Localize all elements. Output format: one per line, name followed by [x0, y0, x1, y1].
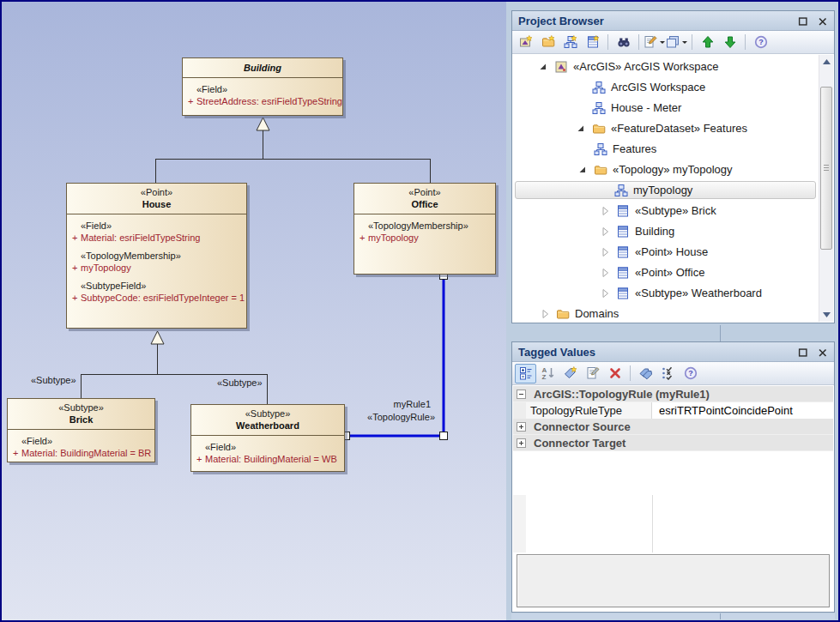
class-office[interactable]: «Point» Office «TopologyMembership»+myTo…	[354, 183, 496, 275]
attribute-text: Material: BuildingMaterial = BR	[21, 447, 151, 459]
delete-tag-button[interactable]	[604, 364, 625, 383]
tree-item-point-office[interactable]: «Point» Office	[513, 263, 819, 283]
tree-item-house-meter-diagram[interactable]: House - Meter	[513, 98, 819, 118]
expand-arrow-icon[interactable]	[575, 123, 587, 135]
project-tree: «ArcGIS» ArcGIS WorkspaceArcGIS Workspac…	[513, 55, 833, 322]
class-header: «Subtype» Brick	[8, 399, 154, 430]
tree-item-label: «Topology» myTopology	[613, 160, 732, 180]
folder-icon	[592, 122, 606, 136]
visibility-marker: +	[69, 292, 81, 304]
categorized-view-button[interactable]	[515, 364, 536, 383]
diagram-icon	[614, 184, 628, 197]
new-model-button[interactable]	[515, 33, 536, 52]
close-icon	[815, 345, 830, 359]
expand-box-icon[interactable]	[517, 438, 526, 448]
class-brick[interactable]: «Subtype» Brick «Field»+Material: Buildi…	[7, 398, 155, 462]
move-up-icon	[701, 35, 715, 49]
tree-item-featuredataset-features[interactable]: «FeatureDataset» Features	[513, 118, 819, 139]
new-diagram-button[interactable]	[559, 33, 581, 52]
attribute-stereotype: «TopologyMembership»	[357, 220, 493, 232]
delete-tag-icon	[608, 366, 622, 380]
copy-stack-icon	[666, 35, 680, 49]
tree-item-topology-mytopology[interactable]: «Topology» myTopology	[513, 160, 819, 180]
class-name: Building	[184, 62, 341, 74]
expand-arrow-icon[interactable]	[537, 61, 549, 73]
expand-arrow-icon[interactable]	[577, 164, 589, 176]
tree-item-mytopology-diagram[interactable]: myTopology	[513, 180, 819, 201]
tree-item-features-diagram[interactable]: Features	[513, 139, 819, 160]
tree-item-arcgis-workspace-package[interactable]: «ArcGIS» ArcGIS Workspace	[513, 57, 819, 77]
visibility-marker: +	[185, 95, 196, 107]
tag-states-button[interactable]	[657, 364, 679, 383]
scroll-up-button[interactable]	[819, 55, 833, 69]
expand-box-icon[interactable]	[517, 422, 526, 432]
collapse-arrow-icon[interactable]	[599, 226, 611, 238]
tv-property-value[interactable]: esriTRTPointCoincidePoint	[659, 402, 793, 419]
new-tag-button[interactable]	[559, 364, 581, 383]
window-buttons	[795, 14, 830, 28]
sort-alpha-button[interactable]: AZ	[537, 364, 559, 383]
collapse-box-icon[interactable]	[517, 390, 526, 399]
collapse-arrow-icon[interactable]	[599, 205, 611, 217]
collapse-arrow-icon[interactable]	[599, 267, 611, 279]
toolbar-separator	[692, 34, 692, 50]
attribute-line: +Material: BuildingMaterial = BR	[10, 447, 152, 459]
toolbar-separator	[638, 34, 639, 50]
move-down-icon	[723, 35, 737, 49]
tree-item-domains[interactable]: Domains	[513, 304, 819, 322]
tv-group-connector-source[interactable]: Connector Source	[513, 419, 833, 435]
tree-item-point-house[interactable]: «Point» House	[513, 242, 819, 263]
maximize-button[interactable]	[795, 14, 810, 28]
dropdown-caret-icon[interactable]	[682, 41, 687, 46]
collapse-arrow-icon[interactable]	[539, 308, 551, 320]
scrollbar[interactable]	[819, 55, 833, 322]
new-package-button[interactable]	[537, 33, 559, 52]
tree-item-label: ArcGIS Workspace	[611, 77, 705, 98]
tree-item-subtype-brick[interactable]: «Subtype» Brick	[513, 201, 819, 221]
close-button[interactable]	[815, 345, 830, 359]
maximize-button[interactable]	[795, 345, 810, 359]
class-house[interactable]: «Point» House «Field»+Material: esriFiel…	[66, 183, 247, 329]
find-in-browser-button[interactable]	[613, 33, 634, 52]
class-weatherboard[interactable]: «Subtype» Weatherboard «Field»+Material:…	[190, 404, 345, 472]
panel-title-bar[interactable]: Tagged Values	[512, 342, 834, 362]
class-building[interactable]: Building «Field»+StreetAddress: esriFiel…	[182, 57, 343, 116]
maximize-icon	[795, 345, 810, 359]
copy-stack-button[interactable]	[666, 33, 687, 52]
close-button[interactable]	[815, 14, 830, 28]
panel-title-bar[interactable]: Project Browser	[512, 11, 834, 31]
dropdown-caret-icon[interactable]	[660, 41, 665, 46]
collapse-arrow-icon[interactable]	[599, 246, 611, 258]
move-down-button[interactable]	[719, 33, 740, 52]
attribute-text: Material: esriFieldTypeString	[81, 232, 200, 244]
scrollbar-thumb[interactable]	[820, 87, 832, 250]
toolbar-separator	[607, 34, 608, 50]
attribute-line: +myTopology	[357, 232, 493, 244]
document-edit-button[interactable]	[644, 33, 665, 52]
diagram-icon	[592, 101, 606, 115]
default-tags-button[interactable]	[635, 364, 656, 383]
tv-group-topologyrule[interactable]: ArcGIS::TopologyRule (myRule1)	[513, 386, 833, 402]
edit-tag-button[interactable]	[582, 364, 603, 383]
class-attributes: «TopologyMembership»+myTopology	[354, 214, 495, 245]
class-attributes: «Field»+StreetAddress: esriFieldTypeStri…	[183, 78, 342, 109]
new-element-icon	[586, 35, 600, 49]
tree-item-building[interactable]: Building	[513, 221, 819, 242]
tree-item-arcgis-workspace-diagram[interactable]: ArcGIS Workspace	[513, 77, 819, 98]
scroll-down-button[interactable]	[819, 308, 833, 322]
move-up-button[interactable]	[697, 33, 718, 52]
empty-grid-area	[513, 495, 833, 553]
triangle-up-icon	[823, 59, 831, 64]
sort-alpha-icon: AZ	[541, 366, 555, 380]
tv-group-connector-target[interactable]: Connector Target	[513, 435, 833, 451]
tree-item-subtype-weatherboard[interactable]: «Subtype» Weatherboard	[513, 283, 819, 304]
attribute-stereotype: «SubtypeField»	[69, 280, 244, 292]
collapse-arrow-icon[interactable]	[599, 287, 611, 299]
tree-item-label: «Point» House	[635, 242, 708, 263]
help-button[interactable]: ?	[750, 33, 771, 52]
dock-splitter[interactable]	[720, 325, 721, 341]
svg-text:?: ?	[758, 38, 764, 46]
new-element-button[interactable]	[582, 33, 603, 52]
tag-notes-box[interactable]	[517, 554, 830, 607]
help-button[interactable]: ?	[680, 364, 701, 383]
